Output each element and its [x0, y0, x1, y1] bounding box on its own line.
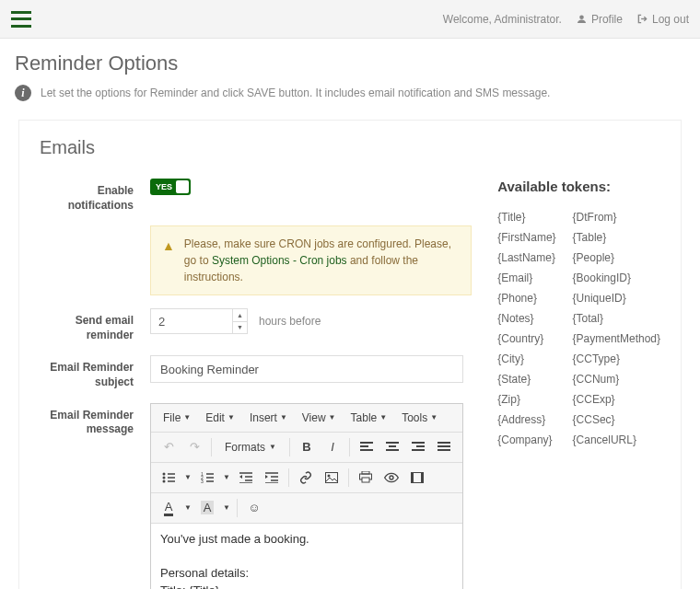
tokens-title: Available tokens: [497, 179, 660, 194]
message-body-input[interactable]: You've just made a booking. Personal det… [151, 524, 462, 589]
text-color-caret[interactable]: ▼ [182, 497, 193, 519]
page-description: Let set the options for Reminder and cli… [41, 87, 550, 99]
token-item: {UniqueID} [573, 288, 660, 308]
editor-menu-tools[interactable]: Tools▼ [395, 408, 444, 428]
hours-before-input[interactable] [150, 308, 233, 334]
token-item: {Email} [497, 268, 555, 288]
enable-notifications-toggle[interactable]: YES [150, 179, 191, 195]
info-icon: i [15, 85, 31, 101]
number-list-icon[interactable]: 123 [195, 467, 219, 489]
editor-menu-table[interactable]: Table▼ [344, 408, 394, 428]
token-item: {Zip} [497, 389, 555, 410]
print-icon[interactable] [354, 467, 378, 489]
page-title: Reminder Options [15, 52, 685, 75]
warning-icon: ▲ [162, 237, 175, 285]
token-item: {Country} [497, 329, 555, 349]
hours-before-hint: hours before [259, 315, 321, 328]
indent-icon[interactable] [260, 467, 284, 489]
spin-down[interactable]: ▼ [233, 322, 247, 334]
editor-menu-edit[interactable]: Edit▼ [199, 408, 241, 428]
token-item: {Phone} [497, 288, 555, 308]
bold-icon[interactable]: B [295, 436, 319, 458]
svg-text:3: 3 [201, 479, 204, 483]
tokens-col-1: {Title}{FirstName}{LastName}{Email}{Phon… [497, 207, 555, 450]
svg-rect-14 [412, 472, 414, 482]
section-emails: Emails [40, 137, 660, 158]
menu-toggle[interactable] [11, 11, 31, 28]
svg-rect-15 [421, 472, 424, 482]
token-item: {City} [497, 349, 555, 369]
editor-menu-view[interactable]: View▼ [296, 408, 343, 428]
welcome-text: Welcome, Administrator. [443, 13, 562, 26]
send-reminder-label: Send email reminder [40, 308, 150, 342]
token-item: {PaymentMethod} [573, 329, 660, 349]
svg-rect-7 [326, 472, 338, 482]
token-item: {Table} [573, 227, 660, 248]
user-icon [577, 14, 587, 24]
profile-link[interactable]: Profile [577, 13, 623, 26]
svg-rect-11 [362, 478, 369, 482]
align-center-icon[interactable] [380, 436, 404, 458]
token-item: {CCType} [573, 349, 660, 369]
text-color-icon[interactable]: A [157, 497, 181, 519]
token-item: {State} [497, 369, 555, 389]
token-item: {Address} [497, 410, 555, 430]
token-item: {Title} [497, 207, 555, 227]
align-left-icon[interactable] [355, 436, 379, 458]
redo-icon[interactable]: ↷ [182, 436, 206, 458]
subject-label: Email Reminder subject [40, 355, 150, 389]
svg-point-0 [579, 15, 584, 19]
token-item: {Company} [497, 430, 555, 450]
token-item: {DtFrom} [573, 207, 660, 227]
editor-menu-file[interactable]: File▼ [157, 408, 197, 428]
preview-icon[interactable] [379, 467, 403, 489]
svg-point-3 [163, 479, 166, 482]
link-icon[interactable] [294, 467, 318, 489]
bullet-list-caret[interactable]: ▼ [182, 467, 193, 489]
enable-notifications-label: Enable notifications [40, 179, 150, 213]
formats-dropdown[interactable]: Formats▼ [216, 436, 285, 458]
italic-icon[interactable]: I [321, 436, 344, 458]
emoji-icon[interactable]: ☺ [242, 497, 266, 519]
token-item: {Notes} [497, 308, 555, 329]
token-item: {FirstName} [497, 227, 555, 248]
cron-warning: ▲ Please, make sure CRON jobs are config… [150, 225, 472, 295]
token-item: {LastName} [497, 248, 555, 268]
subject-input[interactable] [150, 355, 463, 383]
svg-point-8 [328, 474, 331, 477]
token-item: {CCNum} [573, 369, 660, 389]
token-item: {People} [573, 248, 660, 268]
logout-link[interactable]: Log out [637, 13, 689, 26]
undo-icon[interactable]: ↶ [157, 436, 181, 458]
logout-icon [637, 14, 648, 24]
outdent-icon[interactable] [234, 467, 258, 489]
cron-jobs-link[interactable]: System Options - Cron jobs [212, 254, 347, 267]
align-justify-icon[interactable] [432, 436, 456, 458]
svg-point-12 [390, 476, 393, 479]
media-icon[interactable] [405, 467, 429, 489]
rich-text-editor: File▼ Edit▼ Insert▼ View▼ Table▼ Tools▼ … [150, 403, 463, 589]
editor-menu-insert[interactable]: Insert▼ [243, 408, 294, 428]
token-item: {Total} [573, 308, 660, 329]
token-item: {BookingID} [573, 268, 660, 288]
token-item: {CancelURL} [573, 430, 660, 450]
token-item: {CCExp} [573, 389, 660, 410]
tokens-col-2: {DtFrom}{Table}{People}{BookingID}{Uniqu… [573, 207, 660, 450]
svg-point-2 [163, 476, 166, 479]
image-icon[interactable] [320, 467, 344, 489]
bg-color-caret[interactable]: ▼ [221, 497, 232, 519]
token-item: {CCSec} [573, 410, 660, 430]
message-label: Email Reminder message [40, 403, 150, 437]
align-right-icon[interactable] [406, 436, 430, 458]
spin-up[interactable]: ▲ [233, 309, 247, 322]
svg-point-1 [163, 472, 166, 475]
bg-color-icon[interactable]: A [195, 497, 219, 519]
bullet-list-icon[interactable] [157, 467, 181, 489]
number-list-caret[interactable]: ▼ [221, 467, 232, 489]
